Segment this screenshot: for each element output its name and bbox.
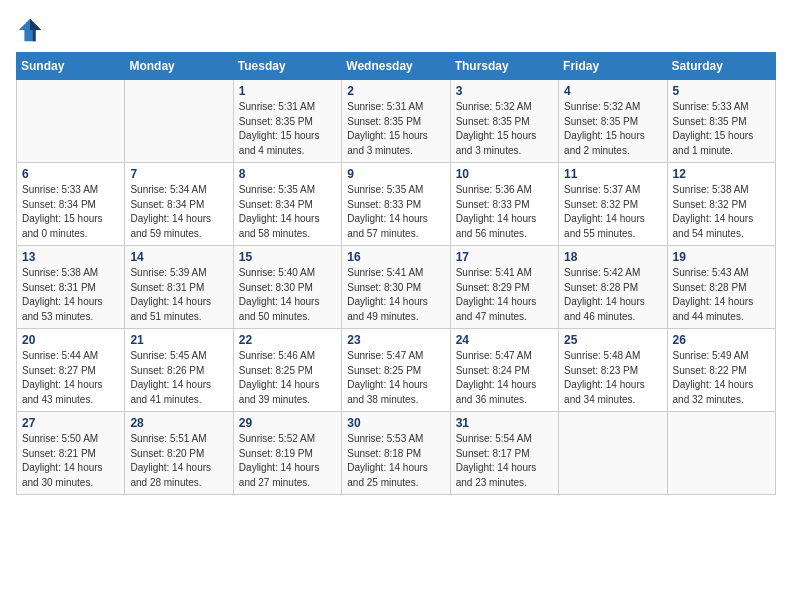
day-info: Sunrise: 5:36 AMSunset: 8:33 PMDaylight:… [456,183,553,241]
day-cell [667,412,775,495]
day-info: Sunrise: 5:47 AMSunset: 8:25 PMDaylight:… [347,349,444,407]
day-cell: 9Sunrise: 5:35 AMSunset: 8:33 PMDaylight… [342,163,450,246]
weekday-header-thursday: Thursday [450,53,558,80]
day-number: 1 [239,84,336,98]
day-number: 30 [347,416,444,430]
day-info: Sunrise: 5:31 AMSunset: 8:35 PMDaylight:… [239,100,336,158]
day-number: 16 [347,250,444,264]
weekday-header-row: SundayMondayTuesdayWednesdayThursdayFrid… [17,53,776,80]
day-cell: 21Sunrise: 5:45 AMSunset: 8:26 PMDayligh… [125,329,233,412]
day-number: 18 [564,250,661,264]
day-info: Sunrise: 5:53 AMSunset: 8:18 PMDaylight:… [347,432,444,490]
day-number: 25 [564,333,661,347]
calendar-table: SundayMondayTuesdayWednesdayThursdayFrid… [16,52,776,495]
day-number: 17 [456,250,553,264]
day-info: Sunrise: 5:33 AMSunset: 8:34 PMDaylight:… [22,183,119,241]
day-number: 28 [130,416,227,430]
day-info: Sunrise: 5:32 AMSunset: 8:35 PMDaylight:… [456,100,553,158]
day-cell: 5Sunrise: 5:33 AMSunset: 8:35 PMDaylight… [667,80,775,163]
day-info: Sunrise: 5:38 AMSunset: 8:32 PMDaylight:… [673,183,770,241]
weekday-header-sunday: Sunday [17,53,125,80]
day-number: 2 [347,84,444,98]
day-number: 12 [673,167,770,181]
day-cell: 17Sunrise: 5:41 AMSunset: 8:29 PMDayligh… [450,246,558,329]
day-cell: 15Sunrise: 5:40 AMSunset: 8:30 PMDayligh… [233,246,341,329]
week-row-4: 20Sunrise: 5:44 AMSunset: 8:27 PMDayligh… [17,329,776,412]
page-header [16,16,776,44]
day-info: Sunrise: 5:33 AMSunset: 8:35 PMDaylight:… [673,100,770,158]
day-number: 31 [456,416,553,430]
day-info: Sunrise: 5:34 AMSunset: 8:34 PMDaylight:… [130,183,227,241]
day-info: Sunrise: 5:40 AMSunset: 8:30 PMDaylight:… [239,266,336,324]
day-info: Sunrise: 5:48 AMSunset: 8:23 PMDaylight:… [564,349,661,407]
day-cell: 4Sunrise: 5:32 AMSunset: 8:35 PMDaylight… [559,80,667,163]
day-cell: 3Sunrise: 5:32 AMSunset: 8:35 PMDaylight… [450,80,558,163]
day-info: Sunrise: 5:46 AMSunset: 8:25 PMDaylight:… [239,349,336,407]
day-info: Sunrise: 5:44 AMSunset: 8:27 PMDaylight:… [22,349,119,407]
day-cell [125,80,233,163]
day-cell: 14Sunrise: 5:39 AMSunset: 8:31 PMDayligh… [125,246,233,329]
day-cell: 16Sunrise: 5:41 AMSunset: 8:30 PMDayligh… [342,246,450,329]
day-cell: 18Sunrise: 5:42 AMSunset: 8:28 PMDayligh… [559,246,667,329]
day-info: Sunrise: 5:54 AMSunset: 8:17 PMDaylight:… [456,432,553,490]
week-row-5: 27Sunrise: 5:50 AMSunset: 8:21 PMDayligh… [17,412,776,495]
day-number: 19 [673,250,770,264]
day-number: 5 [673,84,770,98]
day-cell: 22Sunrise: 5:46 AMSunset: 8:25 PMDayligh… [233,329,341,412]
day-number: 26 [673,333,770,347]
day-cell: 12Sunrise: 5:38 AMSunset: 8:32 PMDayligh… [667,163,775,246]
day-cell: 20Sunrise: 5:44 AMSunset: 8:27 PMDayligh… [17,329,125,412]
day-number: 3 [456,84,553,98]
day-number: 10 [456,167,553,181]
day-number: 13 [22,250,119,264]
week-row-3: 13Sunrise: 5:38 AMSunset: 8:31 PMDayligh… [17,246,776,329]
day-cell: 26Sunrise: 5:49 AMSunset: 8:22 PMDayligh… [667,329,775,412]
day-number: 8 [239,167,336,181]
day-number: 24 [456,333,553,347]
day-cell: 24Sunrise: 5:47 AMSunset: 8:24 PMDayligh… [450,329,558,412]
weekday-header-monday: Monday [125,53,233,80]
week-row-2: 6Sunrise: 5:33 AMSunset: 8:34 PMDaylight… [17,163,776,246]
day-info: Sunrise: 5:31 AMSunset: 8:35 PMDaylight:… [347,100,444,158]
weekday-header-friday: Friday [559,53,667,80]
day-cell: 28Sunrise: 5:51 AMSunset: 8:20 PMDayligh… [125,412,233,495]
day-cell: 30Sunrise: 5:53 AMSunset: 8:18 PMDayligh… [342,412,450,495]
day-info: Sunrise: 5:41 AMSunset: 8:30 PMDaylight:… [347,266,444,324]
day-cell: 7Sunrise: 5:34 AMSunset: 8:34 PMDaylight… [125,163,233,246]
day-cell: 31Sunrise: 5:54 AMSunset: 8:17 PMDayligh… [450,412,558,495]
day-cell: 1Sunrise: 5:31 AMSunset: 8:35 PMDaylight… [233,80,341,163]
day-number: 21 [130,333,227,347]
day-cell [559,412,667,495]
day-number: 7 [130,167,227,181]
weekday-header-saturday: Saturday [667,53,775,80]
day-info: Sunrise: 5:38 AMSunset: 8:31 PMDaylight:… [22,266,119,324]
day-number: 4 [564,84,661,98]
day-cell: 8Sunrise: 5:35 AMSunset: 8:34 PMDaylight… [233,163,341,246]
day-info: Sunrise: 5:43 AMSunset: 8:28 PMDaylight:… [673,266,770,324]
day-number: 6 [22,167,119,181]
day-info: Sunrise: 5:42 AMSunset: 8:28 PMDaylight:… [564,266,661,324]
day-number: 23 [347,333,444,347]
weekday-header-tuesday: Tuesday [233,53,341,80]
day-info: Sunrise: 5:50 AMSunset: 8:21 PMDaylight:… [22,432,119,490]
logo-icon [16,16,44,44]
day-cell: 6Sunrise: 5:33 AMSunset: 8:34 PMDaylight… [17,163,125,246]
day-number: 29 [239,416,336,430]
day-cell: 2Sunrise: 5:31 AMSunset: 8:35 PMDaylight… [342,80,450,163]
weekday-header-wednesday: Wednesday [342,53,450,80]
day-cell: 25Sunrise: 5:48 AMSunset: 8:23 PMDayligh… [559,329,667,412]
day-number: 15 [239,250,336,264]
day-number: 14 [130,250,227,264]
day-cell [17,80,125,163]
day-number: 27 [22,416,119,430]
day-info: Sunrise: 5:32 AMSunset: 8:35 PMDaylight:… [564,100,661,158]
day-number: 11 [564,167,661,181]
logo [16,16,48,44]
day-info: Sunrise: 5:52 AMSunset: 8:19 PMDaylight:… [239,432,336,490]
day-info: Sunrise: 5:47 AMSunset: 8:24 PMDaylight:… [456,349,553,407]
day-info: Sunrise: 5:39 AMSunset: 8:31 PMDaylight:… [130,266,227,324]
day-cell: 10Sunrise: 5:36 AMSunset: 8:33 PMDayligh… [450,163,558,246]
day-info: Sunrise: 5:41 AMSunset: 8:29 PMDaylight:… [456,266,553,324]
week-row-1: 1Sunrise: 5:31 AMSunset: 8:35 PMDaylight… [17,80,776,163]
day-info: Sunrise: 5:37 AMSunset: 8:32 PMDaylight:… [564,183,661,241]
